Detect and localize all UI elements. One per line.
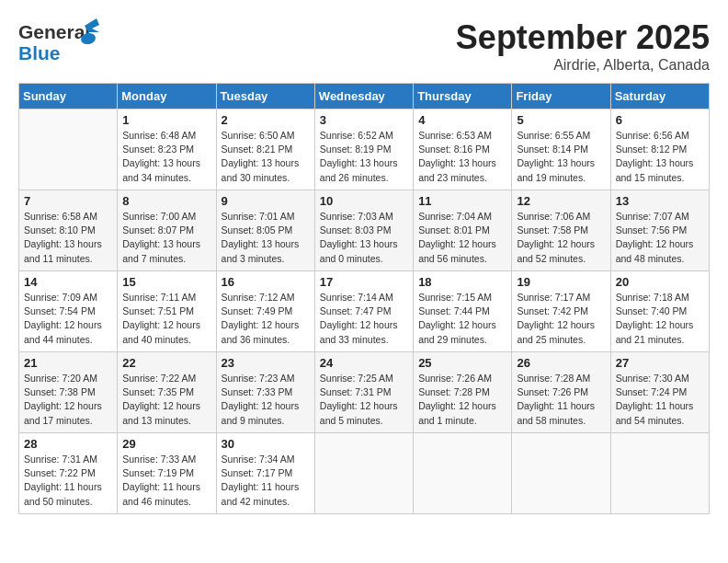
- day-number: 21: [24, 356, 112, 370]
- weekday-header-saturday: Saturday: [610, 84, 709, 109]
- calendar-week-row: 7Sunrise: 6:58 AMSunset: 8:10 PMDaylight…: [19, 190, 710, 271]
- day-number: 23: [222, 356, 310, 370]
- calendar-day-11: 11Sunrise: 7:04 AMSunset: 8:01 PMDayligh…: [414, 190, 512, 271]
- day-info: Sunrise: 7:20 AMSunset: 7:38 PMDaylight:…: [24, 372, 112, 428]
- day-number: 26: [517, 356, 605, 370]
- day-number: 14: [24, 275, 112, 289]
- calendar-day-14: 14Sunrise: 7:09 AMSunset: 7:54 PMDayligh…: [19, 271, 118, 352]
- day-number: 7: [24, 194, 112, 208]
- day-number: 11: [418, 194, 506, 208]
- page-header: General Blue September 2025 Airdrie, Alb…: [18, 18, 710, 74]
- day-info: Sunrise: 7:28 AMSunset: 7:26 PMDaylight:…: [517, 372, 605, 428]
- calendar-empty-cell: [19, 109, 118, 190]
- day-number: 6: [616, 113, 704, 127]
- calendar-day-10: 10Sunrise: 7:03 AMSunset: 8:03 PMDayligh…: [314, 190, 413, 271]
- calendar-day-22: 22Sunrise: 7:22 AMSunset: 7:35 PMDayligh…: [118, 352, 216, 433]
- logo-svg: General Blue: [18, 18, 101, 66]
- month-title: September 2025: [456, 18, 710, 57]
- calendar-day-6: 6Sunrise: 6:56 AMSunset: 8:12 PMDaylight…: [610, 109, 709, 190]
- day-number: 17: [320, 275, 408, 289]
- calendar-week-row: 28Sunrise: 7:31 AMSunset: 7:22 PMDayligh…: [19, 433, 710, 514]
- day-info: Sunrise: 7:03 AMSunset: 8:03 PMDaylight:…: [320, 210, 408, 266]
- day-info: Sunrise: 6:56 AMSunset: 8:12 PMDaylight:…: [616, 129, 704, 185]
- title-area: September 2025 Airdrie, Alberta, Canada: [456, 18, 710, 74]
- calendar-day-29: 29Sunrise: 7:33 AMSunset: 7:19 PMDayligh…: [118, 433, 216, 514]
- svg-text:Blue: Blue: [18, 42, 61, 63]
- calendar-day-25: 25Sunrise: 7:26 AMSunset: 7:28 PMDayligh…: [414, 352, 512, 433]
- day-info: Sunrise: 7:17 AMSunset: 7:42 PMDaylight:…: [517, 291, 605, 347]
- calendar-day-21: 21Sunrise: 7:20 AMSunset: 7:38 PMDayligh…: [19, 352, 118, 433]
- day-info: Sunrise: 7:22 AMSunset: 7:35 PMDaylight:…: [122, 372, 210, 428]
- calendar-empty-cell: [414, 433, 512, 514]
- calendar-day-13: 13Sunrise: 7:07 AMSunset: 7:56 PMDayligh…: [610, 190, 709, 271]
- day-number: 19: [517, 275, 605, 289]
- calendar-day-7: 7Sunrise: 6:58 AMSunset: 8:10 PMDaylight…: [19, 190, 118, 271]
- day-info: Sunrise: 6:58 AMSunset: 8:10 PMDaylight:…: [24, 210, 112, 266]
- day-number: 20: [616, 275, 704, 289]
- day-info: Sunrise: 6:48 AMSunset: 8:23 PMDaylight:…: [122, 129, 210, 185]
- calendar-empty-cell: [512, 433, 610, 514]
- logo: General Blue: [18, 18, 101, 66]
- calendar-day-23: 23Sunrise: 7:23 AMSunset: 7:33 PMDayligh…: [216, 352, 314, 433]
- calendar-day-15: 15Sunrise: 7:11 AMSunset: 7:51 PMDayligh…: [118, 271, 216, 352]
- day-number: 9: [222, 194, 310, 208]
- day-number: 15: [122, 275, 210, 289]
- day-info: Sunrise: 6:55 AMSunset: 8:14 PMDaylight:…: [517, 129, 605, 185]
- calendar-day-18: 18Sunrise: 7:15 AMSunset: 7:44 PMDayligh…: [414, 271, 512, 352]
- day-info: Sunrise: 6:50 AMSunset: 8:21 PMDaylight:…: [222, 129, 310, 185]
- calendar-day-28: 28Sunrise: 7:31 AMSunset: 7:22 PMDayligh…: [19, 433, 118, 514]
- day-info: Sunrise: 7:12 AMSunset: 7:49 PMDaylight:…: [222, 291, 310, 347]
- day-number: 4: [418, 113, 506, 127]
- calendar-day-12: 12Sunrise: 7:06 AMSunset: 7:58 PMDayligh…: [512, 190, 610, 271]
- day-number: 16: [222, 275, 310, 289]
- calendar-empty-cell: [610, 433, 709, 514]
- calendar-day-30: 30Sunrise: 7:34 AMSunset: 7:17 PMDayligh…: [216, 433, 314, 514]
- weekday-header-wednesday: Wednesday: [314, 84, 413, 109]
- day-info: Sunrise: 7:23 AMSunset: 7:33 PMDaylight:…: [222, 372, 310, 428]
- weekday-header-sunday: Sunday: [19, 84, 118, 109]
- weekday-header-friday: Friday: [512, 84, 610, 109]
- day-number: 8: [122, 194, 210, 208]
- calendar-week-row: 14Sunrise: 7:09 AMSunset: 7:54 PMDayligh…: [19, 271, 710, 352]
- calendar-day-16: 16Sunrise: 7:12 AMSunset: 7:49 PMDayligh…: [216, 271, 314, 352]
- calendar-day-27: 27Sunrise: 7:30 AMSunset: 7:24 PMDayligh…: [610, 352, 709, 433]
- day-info: Sunrise: 7:14 AMSunset: 7:47 PMDaylight:…: [320, 291, 408, 347]
- calendar-day-2: 2Sunrise: 6:50 AMSunset: 8:21 PMDaylight…: [216, 109, 314, 190]
- day-info: Sunrise: 6:53 AMSunset: 8:16 PMDaylight:…: [418, 129, 506, 185]
- day-number: 24: [320, 356, 408, 370]
- calendar-week-row: 1Sunrise: 6:48 AMSunset: 8:23 PMDaylight…: [19, 109, 710, 190]
- day-info: Sunrise: 7:30 AMSunset: 7:24 PMDaylight:…: [616, 372, 704, 428]
- calendar-day-26: 26Sunrise: 7:28 AMSunset: 7:26 PMDayligh…: [512, 352, 610, 433]
- calendar-day-17: 17Sunrise: 7:14 AMSunset: 7:47 PMDayligh…: [314, 271, 413, 352]
- svg-text:General: General: [18, 21, 90, 42]
- day-number: 13: [616, 194, 704, 208]
- day-number: 30: [222, 437, 310, 451]
- day-number: 22: [122, 356, 210, 370]
- calendar-week-row: 21Sunrise: 7:20 AMSunset: 7:38 PMDayligh…: [19, 352, 710, 433]
- calendar-day-1: 1Sunrise: 6:48 AMSunset: 8:23 PMDaylight…: [118, 109, 216, 190]
- day-number: 18: [418, 275, 506, 289]
- day-info: Sunrise: 7:06 AMSunset: 7:58 PMDaylight:…: [517, 210, 605, 266]
- day-info: Sunrise: 7:09 AMSunset: 7:54 PMDaylight:…: [24, 291, 112, 347]
- day-number: 28: [24, 437, 112, 451]
- day-info: Sunrise: 7:31 AMSunset: 7:22 PMDaylight:…: [24, 453, 112, 509]
- calendar-empty-cell: [314, 433, 413, 514]
- day-number: 1: [122, 113, 210, 127]
- day-info: Sunrise: 7:04 AMSunset: 8:01 PMDaylight:…: [418, 210, 506, 266]
- calendar-day-20: 20Sunrise: 7:18 AMSunset: 7:40 PMDayligh…: [610, 271, 709, 352]
- day-info: Sunrise: 7:18 AMSunset: 7:40 PMDaylight:…: [616, 291, 704, 347]
- day-info: Sunrise: 7:33 AMSunset: 7:19 PMDaylight:…: [122, 453, 210, 509]
- calendar-table: SundayMondayTuesdayWednesdayThursdayFrid…: [18, 83, 710, 514]
- day-info: Sunrise: 7:07 AMSunset: 7:56 PMDaylight:…: [616, 210, 704, 266]
- day-number: 25: [418, 356, 506, 370]
- weekday-header-monday: Monday: [118, 84, 216, 109]
- day-number: 10: [320, 194, 408, 208]
- day-info: Sunrise: 7:11 AMSunset: 7:51 PMDaylight:…: [122, 291, 210, 347]
- day-number: 12: [517, 194, 605, 208]
- day-info: Sunrise: 7:25 AMSunset: 7:31 PMDaylight:…: [320, 372, 408, 428]
- calendar-day-8: 8Sunrise: 7:00 AMSunset: 8:07 PMDaylight…: [118, 190, 216, 271]
- day-info: Sunrise: 7:26 AMSunset: 7:28 PMDaylight:…: [418, 372, 506, 428]
- location: Airdrie, Alberta, Canada: [456, 57, 710, 74]
- weekday-header-thursday: Thursday: [414, 84, 512, 109]
- day-info: Sunrise: 7:15 AMSunset: 7:44 PMDaylight:…: [418, 291, 506, 347]
